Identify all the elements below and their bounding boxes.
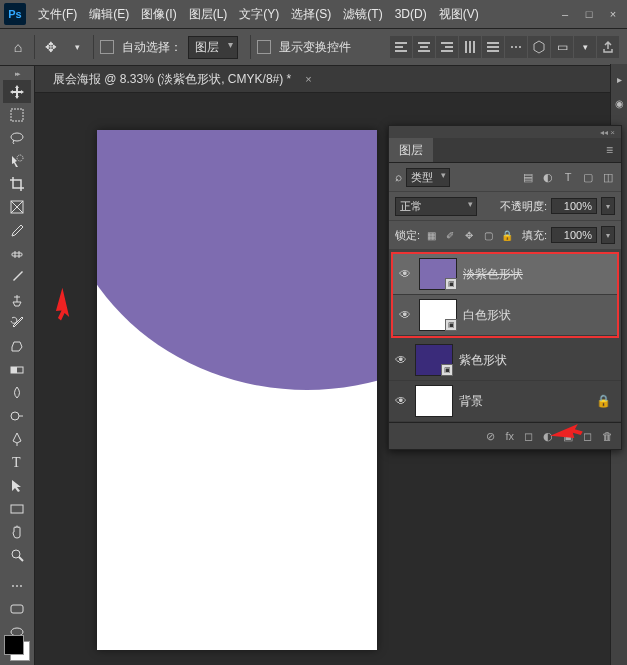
filter-kind-dropdown[interactable]: 类型 xyxy=(406,168,450,187)
color-swatch[interactable] xyxy=(4,635,30,661)
fill-dropdown-icon[interactable]: ▾ xyxy=(601,226,615,244)
lasso-tool[interactable] xyxy=(3,126,31,149)
history-brush-tool[interactable] xyxy=(3,312,31,335)
blend-mode-dropdown[interactable]: 正常 xyxy=(395,197,477,216)
window-minimize[interactable]: – xyxy=(555,6,575,22)
visibility-icon[interactable]: 👁 xyxy=(393,352,409,368)
lock-transparency-icon[interactable]: ▦ xyxy=(424,228,438,242)
crop-tool[interactable] xyxy=(3,173,31,196)
layer-thumbnail[interactable]: ▣ xyxy=(419,299,457,331)
collapse-dock-icon[interactable]: ▸ xyxy=(612,72,626,86)
auto-select-checkbox[interactable] xyxy=(100,40,114,54)
align-icon[interactable] xyxy=(390,36,412,58)
layer-row[interactable]: 👁 背景 🔒 xyxy=(389,381,621,422)
window-maximize[interactable]: □ xyxy=(579,6,599,22)
zoom-tool[interactable] xyxy=(3,543,31,566)
menu-type[interactable]: 文字(Y) xyxy=(233,6,285,23)
menu-filter[interactable]: 滤镜(T) xyxy=(337,6,388,23)
home-icon[interactable]: ⌂ xyxy=(8,37,28,57)
show-transform-checkbox[interactable] xyxy=(257,40,271,54)
type-tool[interactable]: T xyxy=(3,451,31,474)
layer-thumbnail[interactable]: ▣ xyxy=(419,258,457,290)
filter-pixel-icon[interactable]: ▤ xyxy=(521,170,535,184)
lock-position-icon[interactable]: ✥ xyxy=(462,228,476,242)
color-panel-icon[interactable]: ◉ xyxy=(612,96,626,110)
more-align-icon[interactable]: ⋯ xyxy=(505,36,527,58)
filter-shape-icon[interactable]: ▢ xyxy=(581,170,595,184)
brush-tool[interactable] xyxy=(3,265,31,288)
gradient-tool[interactable] xyxy=(3,358,31,381)
distribute-icon[interactable] xyxy=(482,36,504,58)
filter-adjust-icon[interactable]: ◐ xyxy=(541,170,555,184)
dodge-tool[interactable] xyxy=(3,404,31,427)
preset-dropdown-icon[interactable]: ▾ xyxy=(67,37,87,57)
layer-thumbnail[interactable]: ▣ xyxy=(415,344,453,376)
quick-select-tool[interactable] xyxy=(3,150,31,173)
delete-layer-icon[interactable]: 🗑 xyxy=(602,430,613,442)
filter-type-icon[interactable]: T xyxy=(561,170,575,184)
tool-preset-icon[interactable]: ✥ xyxy=(41,37,61,57)
document-tab[interactable]: 展会海报 @ 8.33% (淡紫色形状, CMYK/8#) * xyxy=(47,71,297,88)
edit-toolbar-icon[interactable]: ⋯ xyxy=(3,574,31,597)
menu-select[interactable]: 选择(S) xyxy=(285,6,337,23)
layer-name[interactable]: 紫色形状 xyxy=(459,352,507,369)
blur-tool[interactable] xyxy=(3,381,31,404)
window-close[interactable]: × xyxy=(603,6,623,22)
lock-all-icon[interactable]: 🔒 xyxy=(500,228,514,242)
panel-collapse-bar[interactable]: ◂◂ × xyxy=(389,126,621,138)
arrange-dropdown-icon[interactable]: ▾ xyxy=(574,36,596,58)
visibility-icon[interactable]: 👁 xyxy=(397,307,413,323)
menu-image[interactable]: 图像(I) xyxy=(135,6,182,23)
menu-view[interactable]: 视图(V) xyxy=(433,6,485,23)
marquee-tool[interactable] xyxy=(3,103,31,126)
menu-layer[interactable]: 图层(L) xyxy=(183,6,234,23)
lock-pixels-icon[interactable]: ✐ xyxy=(443,228,457,242)
layer-thumbnail[interactable] xyxy=(415,385,453,417)
eyedropper-tool[interactable] xyxy=(3,219,31,242)
foreground-color[interactable] xyxy=(4,635,24,655)
layer-fx-icon[interactable]: fx xyxy=(505,430,514,442)
menu-edit[interactable]: 编辑(E) xyxy=(83,6,135,23)
tab-close-icon[interactable]: × xyxy=(305,73,311,85)
svg-rect-13 xyxy=(487,46,499,48)
lock-artboard-icon[interactable]: ▢ xyxy=(481,228,495,242)
layer-name[interactable]: 淡紫色形状 xyxy=(463,266,523,283)
layer-row[interactable]: 👁 ▣ 淡紫色形状 xyxy=(393,254,617,295)
align-icon[interactable] xyxy=(436,36,458,58)
panel-menu-icon[interactable]: ≡ xyxy=(598,143,621,157)
fill-value[interactable]: 100% xyxy=(551,227,597,243)
layer-name[interactable]: 白色形状 xyxy=(463,307,511,324)
share-icon[interactable] xyxy=(597,36,619,58)
visibility-icon[interactable]: 👁 xyxy=(393,393,409,409)
pen-tool[interactable] xyxy=(3,428,31,451)
document-canvas[interactable] xyxy=(97,130,377,650)
rounded-rect-tool[interactable] xyxy=(3,598,31,621)
opacity-value[interactable]: 100% xyxy=(551,198,597,214)
move-tool[interactable] xyxy=(3,80,31,103)
visibility-icon[interactable]: 👁 xyxy=(397,266,413,282)
add-mask-icon[interactable]: ◻ xyxy=(524,430,533,443)
layer-row[interactable]: 👁 ▣ 白色形状 xyxy=(393,295,617,336)
distribute-icon[interactable] xyxy=(459,36,481,58)
search-icon[interactable]: ⌕ xyxy=(395,170,402,184)
toolbar-collapse-icon[interactable] xyxy=(12,70,22,78)
layers-tab[interactable]: 图层 xyxy=(389,138,433,162)
path-select-tool[interactable] xyxy=(3,474,31,497)
menu-file[interactable]: 文件(F) xyxy=(32,6,83,23)
frame-tool[interactable] xyxy=(3,196,31,219)
align-icon[interactable] xyxy=(413,36,435,58)
rectangle-tool[interactable] xyxy=(3,497,31,520)
layer-row[interactable]: 👁 ▣ 紫色形状 xyxy=(389,340,621,381)
filter-smart-icon[interactable]: ◫ xyxy=(601,170,615,184)
layer-name[interactable]: 背景 xyxy=(459,393,483,410)
hand-tool[interactable] xyxy=(3,520,31,543)
link-layers-icon[interactable]: ⊘ xyxy=(486,430,495,443)
menu-3d[interactable]: 3D(D) xyxy=(389,7,433,21)
clone-stamp-tool[interactable] xyxy=(3,289,31,312)
arrange-icon[interactable]: ▭ xyxy=(551,36,573,58)
3d-mode-icon[interactable] xyxy=(528,36,550,58)
eraser-tool[interactable] xyxy=(3,335,31,358)
opacity-dropdown-icon[interactable]: ▾ xyxy=(601,197,615,215)
auto-select-target[interactable]: 图层 xyxy=(188,36,238,59)
healing-brush-tool[interactable] xyxy=(3,242,31,265)
